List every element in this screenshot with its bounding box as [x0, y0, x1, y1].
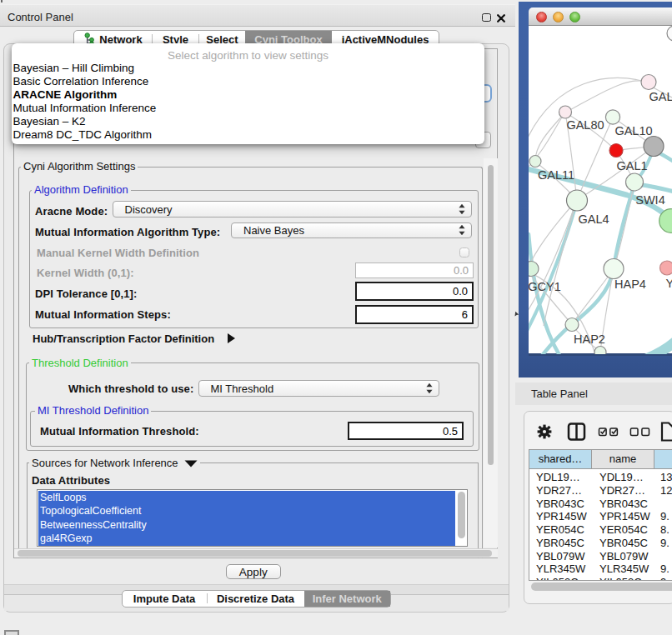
- svg-text:YJ: YJ: [666, 277, 672, 290]
- svg-text:GAL10: GAL10: [614, 124, 652, 138]
- svg-text:GAL7: GAL7: [649, 89, 672, 102]
- svg-text:SWI4: SWI4: [635, 193, 664, 207]
- svg-text:GAL1: GAL1: [616, 159, 647, 172]
- svg-text:GAL11: GAL11: [538, 168, 574, 182]
- svg-text:HAP2: HAP2: [574, 332, 605, 346]
- svg-text:GAL4: GAL4: [578, 212, 609, 226]
- svg-text:HAP4: HAP4: [614, 278, 646, 291]
- svg-text:GAL80: GAL80: [566, 118, 604, 132]
- svg-text:GCY1: GCY1: [529, 280, 561, 293]
